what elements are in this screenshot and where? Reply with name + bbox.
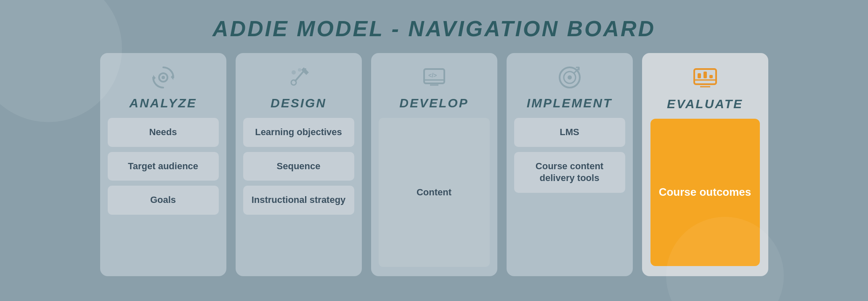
list-item[interactable]: Course content delivery tools [514,152,625,193]
analyze-icon [150,62,177,93]
evaluate-icon [692,63,719,93]
list-item[interactable]: Learning objectives [243,118,354,147]
list-item[interactable]: Goals [108,186,219,215]
column-implement: IMPLEMENT LMS Course content delivery to… [507,53,633,276]
page-title: ADDIE MODEL - NAVIGATION BOARD [212,16,656,41]
implement-title: IMPLEMENT [527,96,613,110]
list-item[interactable]: Sequence [243,152,354,181]
svg-point-6 [298,68,301,72]
list-item[interactable]: Instructional strategy [243,186,354,215]
svg-marker-2 [171,74,173,80]
svg-rect-21 [703,72,707,78]
svg-point-14 [568,75,572,80]
implement-items: LMS Course content delivery tools [514,118,625,267]
svg-rect-20 [698,73,701,78]
column-design: DESIGN Learning objectives Sequence Inst… [236,53,362,276]
svg-point-5 [292,70,296,75]
implement-icon [556,62,583,93]
svg-marker-3 [153,75,156,81]
column-evaluate: EVALUATE Course outcomes [642,53,768,276]
analyze-items: Needs Target audience Goals [108,118,219,267]
analyze-title: ANALYZE [129,96,196,110]
develop-title: DEVELOP [399,96,468,110]
columns-container: ANALYZE Needs Target audience Goals DESI… [75,53,794,276]
list-item[interactable]: LMS [514,118,625,147]
list-item[interactable]: Course outcomes [650,119,760,266]
column-develop: </> DEVELOP Content [371,53,497,276]
svg-text:</>: </> [428,72,437,79]
develop-icon: </> [421,62,448,93]
design-icon [285,62,312,93]
list-item[interactable]: Target audience [108,152,219,181]
list-item[interactable]: Needs [108,118,219,147]
design-title: DESIGN [271,96,326,110]
design-items: Learning objectives Sequence Instruction… [243,118,354,267]
evaluate-title: EVALUATE [667,97,743,111]
list-item[interactable]: Content [379,118,490,267]
column-analyze: ANALYZE Needs Target audience Goals [100,53,226,276]
svg-rect-22 [709,75,713,78]
evaluate-items: Course outcomes [650,119,760,266]
svg-point-1 [162,76,165,79]
